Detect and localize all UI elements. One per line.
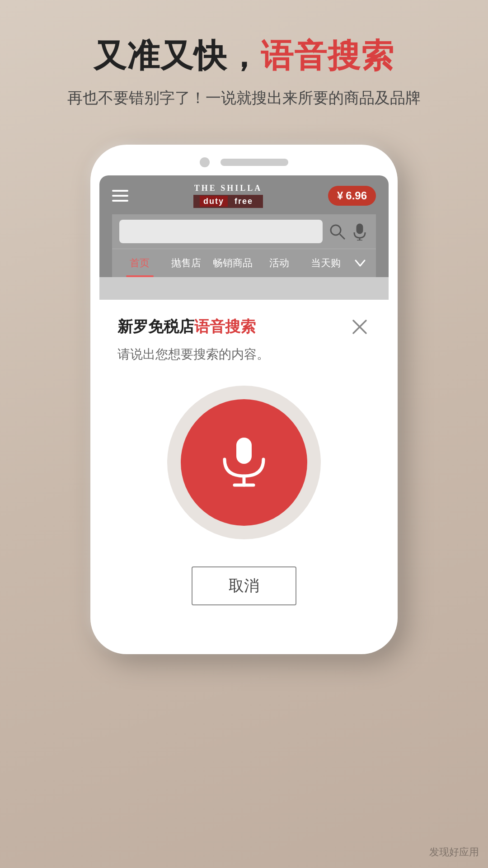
cart-amount: 6.96 [346, 189, 367, 202]
hamburger-line-3 [112, 200, 128, 202]
svg-line-1 [340, 234, 345, 239]
app-content-strip [99, 277, 389, 300]
brand-name: THE SHILLA [193, 184, 263, 193]
voice-title: 新罗免税店语音搜索 [117, 316, 256, 337]
close-button[interactable] [349, 316, 371, 338]
voice-search-overlay: 新罗免税店语音搜索 请说出您想要搜索的内容。 [99, 300, 389, 627]
phone-top-bar [99, 157, 389, 167]
app-header: THE SHILLA duty free ¥ 6.96 [99, 175, 389, 277]
svg-rect-2 [357, 224, 362, 233]
svg-point-0 [331, 225, 341, 235]
nav-bar: 首页 抛售店 畅销商品 活动 当天购 [112, 249, 376, 277]
voice-hint: 请说出您想要搜索的内容。 [117, 346, 371, 363]
brand-logo: THE SHILLA duty free [193, 184, 263, 208]
nav-item-home[interactable]: 首页 [117, 249, 163, 277]
nav-item-event[interactable]: 活动 [256, 249, 302, 277]
headline-text: 又准又快， [94, 38, 261, 74]
nav-item-sale[interactable]: 抛售店 [163, 249, 210, 277]
nav-item-bestseller[interactable]: 畅销商品 [210, 249, 256, 277]
phone-wrap: THE SHILLA duty free ¥ 6.96 [90, 145, 398, 654]
voice-title-prefix: 新罗免税店 [117, 318, 194, 335]
cart-currency: ¥ [337, 189, 343, 202]
mic-button[interactable] [181, 399, 307, 526]
hamburger-line-2 [112, 195, 128, 197]
phone-speaker [221, 159, 288, 166]
top-section: 又准又快，语音搜索 再也不要错别字了！一说就搜出来所要的商品及品牌 [0, 0, 488, 108]
cancel-button[interactable]: 取消 [192, 566, 296, 605]
headline-accent: 语音搜索 [261, 38, 394, 74]
subtitle: 再也不要错别字了！一说就搜出来所要的商品及品牌 [0, 88, 488, 108]
brand-badge: duty free [193, 195, 263, 208]
cart-badge[interactable]: ¥ 6.96 [328, 186, 376, 206]
watermark: 发现好应用 [429, 845, 479, 859]
nav-item-today[interactable]: 当天购 [302, 249, 349, 277]
duty-label: duty [200, 196, 228, 207]
hamburger-line-1 [112, 190, 128, 192]
phone-frame: THE SHILLA duty free ¥ 6.96 [90, 145, 398, 654]
voice-title-accent: 语音搜索 [194, 318, 256, 335]
search-icon-area [328, 222, 369, 241]
cancel-button-wrap: 取消 [117, 566, 371, 605]
hamburger-menu-button[interactable] [112, 190, 128, 202]
search-input[interactable] [119, 220, 323, 243]
search-bar [112, 214, 376, 249]
svg-rect-7 [236, 438, 252, 464]
microphone-icon [215, 433, 273, 492]
mic-outer-circle [167, 386, 321, 539]
phone-camera [200, 157, 210, 167]
search-icon[interactable] [328, 222, 346, 241]
phone-screen: THE SHILLA duty free ¥ 6.96 [99, 175, 389, 627]
voice-title-row: 新罗免税店语音搜索 [117, 316, 371, 338]
mic-icon[interactable] [351, 222, 369, 241]
headline: 又准又快，语音搜索 [0, 36, 488, 75]
mic-area [117, 386, 371, 539]
app-header-top: THE SHILLA duty free ¥ 6.96 [112, 184, 376, 208]
free-label: free [231, 196, 257, 207]
nav-dropdown-button[interactable] [349, 256, 371, 270]
